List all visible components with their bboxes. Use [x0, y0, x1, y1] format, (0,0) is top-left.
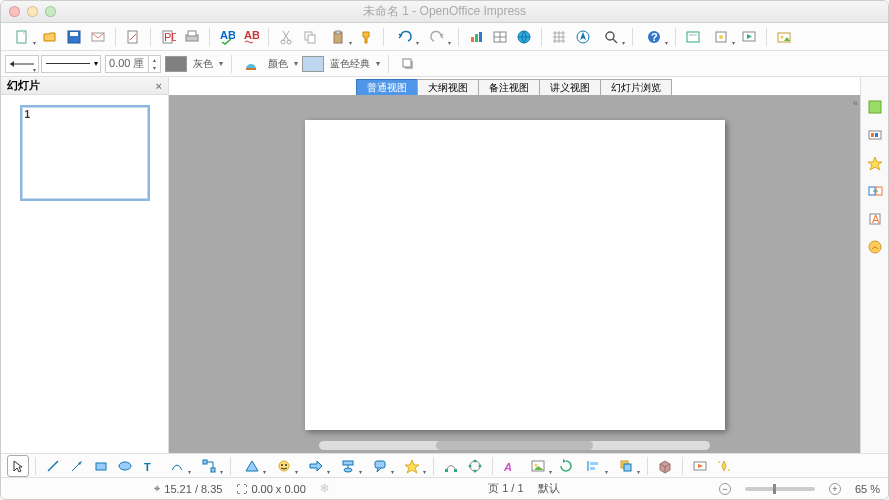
auto-spellcheck-button[interactable]: ABC	[240, 26, 262, 48]
glue-points-button[interactable]	[464, 455, 486, 477]
minimize-window-button[interactable]	[27, 6, 38, 17]
slide-thumbnail[interactable]: 1	[20, 105, 150, 201]
rotate-button[interactable]	[555, 455, 577, 477]
ellipse-tool-button[interactable]	[114, 455, 136, 477]
area-style-button[interactable]	[240, 53, 262, 75]
line-color-button[interactable]	[165, 53, 187, 75]
flowchart-shapes-button[interactable]: ▾	[333, 455, 363, 477]
print-preview-button[interactable]	[181, 26, 203, 48]
content-area: 幻灯片 × 1 普通视图 大纲视图 备注视图 讲义视图 幻灯片浏览 «	[1, 77, 888, 453]
spellcheck-button[interactable]: ABC	[216, 26, 238, 48]
format-paintbrush-button[interactable]	[355, 26, 377, 48]
line-style-select[interactable]: ▾	[41, 55, 101, 73]
functions-pane-button[interactable]	[865, 237, 885, 257]
arrange-button[interactable]: ▾	[611, 455, 641, 477]
svg-rect-80	[590, 467, 595, 470]
slide-thumbnail-list[interactable]: 1	[1, 95, 168, 453]
edit-points-button[interactable]	[440, 455, 462, 477]
navigator-button[interactable]	[572, 26, 594, 48]
curve-tool-button[interactable]: ▾	[162, 455, 192, 477]
alignment-button[interactable]: ▾	[579, 455, 609, 477]
slide-canvas-viewport[interactable]: «	[169, 95, 860, 453]
svg-rect-16	[336, 31, 340, 34]
extrusion-button[interactable]	[654, 455, 676, 477]
redo-button[interactable]: ▾	[422, 26, 452, 48]
zoom-button[interactable]: ▾	[596, 26, 626, 48]
fontwork-button[interactable]: A	[499, 455, 521, 477]
view-tabs: 普通视图 大纲视图 备注视图 讲义视图 幻灯片浏览	[169, 77, 860, 95]
zoom-out-button[interactable]: −	[719, 483, 731, 495]
star-shapes-button[interactable]: ▾	[397, 455, 427, 477]
slide-layout-button[interactable]	[682, 26, 704, 48]
close-slide-panel-button[interactable]: ×	[156, 80, 162, 92]
start-slideshow-button[interactable]	[738, 26, 760, 48]
tab-outline-view[interactable]: 大纲视图	[417, 79, 479, 95]
master-pages-pane-button[interactable]	[865, 125, 885, 145]
slide-panel-header: 幻灯片 ×	[1, 77, 168, 95]
line-color-swatch	[165, 56, 187, 72]
select-tool-button[interactable]	[7, 455, 29, 477]
callout-shapes-button[interactable]: ▾	[365, 455, 395, 477]
slide-panel-title: 幻灯片	[7, 78, 40, 93]
block-arrows-button[interactable]: ▾	[301, 455, 331, 477]
styles-pane-button[interactable]: A	[865, 209, 885, 229]
shadow-button[interactable]	[397, 53, 419, 75]
open-document-button[interactable]	[39, 26, 61, 48]
zoom-slider-knob[interactable]	[773, 484, 776, 494]
export-pdf-button[interactable]: PDF	[157, 26, 179, 48]
slide-transition-pane-button[interactable]	[865, 181, 885, 201]
rectangle-tool-button[interactable]	[90, 455, 112, 477]
properties-pane-button[interactable]	[865, 97, 885, 117]
zoom-window-button[interactable]	[45, 6, 56, 17]
undo-button[interactable]: ▾	[390, 26, 420, 48]
edit-file-button[interactable]	[122, 26, 144, 48]
animation-effect-button[interactable]	[713, 455, 735, 477]
zoom-slider[interactable]	[745, 487, 815, 491]
insert-picture-button[interactable]: ▾	[523, 455, 553, 477]
collapse-tabs-icon[interactable]: «	[853, 98, 858, 108]
arrow-style-button[interactable]: ▾	[7, 53, 37, 75]
fill-color-swatch	[302, 56, 324, 72]
drawing-toolbar: T ▾ ▾ ▾ ▾ ▾ ▾ ▾ ▾ A ▾ ▾ ▾	[1, 453, 888, 477]
slide-canvas[interactable]	[305, 120, 725, 430]
cut-button[interactable]	[275, 26, 297, 48]
arrow-tool-button[interactable]	[66, 455, 88, 477]
help-button[interactable]: ?▾	[639, 26, 669, 48]
slide-design-button[interactable]: ▾	[706, 26, 736, 48]
zoom-value[interactable]: 65 %	[855, 483, 880, 495]
titlebar: 未命名 1 - OpenOffice Impress	[1, 1, 888, 23]
page-info: 页 1 / 1	[488, 481, 523, 496]
save-document-button[interactable]	[63, 26, 85, 48]
line-fill-toolbar: ▾ ▾ 0.00 厘▴▾ 灰色▾ 颜色▾ 蓝色经典▾	[1, 51, 888, 77]
tab-slide-sorter[interactable]: 幻灯片浏览	[600, 79, 672, 95]
tab-handout-view[interactable]: 讲义视图	[539, 79, 601, 95]
basic-shapes-button[interactable]: ▾	[237, 455, 267, 477]
tab-normal-view[interactable]: 普通视图	[356, 79, 418, 95]
insert-hyperlink-button[interactable]	[513, 26, 535, 48]
new-document-button[interactable]: ▾	[7, 26, 37, 48]
copy-button[interactable]	[299, 26, 321, 48]
fill-color-button[interactable]	[302, 53, 324, 75]
close-window-button[interactable]	[9, 6, 20, 17]
symbol-shapes-button[interactable]: ▾	[269, 455, 299, 477]
zoom-in-button[interactable]: +	[829, 483, 841, 495]
email-document-button[interactable]	[87, 26, 109, 48]
line-width-input[interactable]: 0.00 厘▴▾	[105, 55, 161, 73]
connector-tool-button[interactable]: ▾	[194, 455, 224, 477]
horizontal-scrollbar[interactable]	[319, 441, 710, 450]
svg-rect-65	[343, 461, 353, 465]
show-grid-button[interactable]	[548, 26, 570, 48]
interaction-button[interactable]	[689, 455, 711, 477]
size-icon: ⛶	[236, 483, 247, 495]
paste-button[interactable]: ▾	[323, 26, 353, 48]
tab-notes-view[interactable]: 备注视图	[478, 79, 540, 95]
custom-animation-pane-button[interactable]	[865, 153, 885, 173]
gallery-button[interactable]	[773, 26, 795, 48]
insert-table-button[interactable]	[489, 26, 511, 48]
svg-text:A: A	[503, 461, 512, 473]
app-window: 未命名 1 - OpenOffice Impress ▾ PDF ABC ABC…	[0, 0, 889, 500]
text-tool-button[interactable]: T	[138, 455, 160, 477]
line-tool-button[interactable]	[42, 455, 64, 477]
scrollbar-thumb[interactable]	[436, 441, 592, 450]
insert-chart-button[interactable]	[465, 26, 487, 48]
